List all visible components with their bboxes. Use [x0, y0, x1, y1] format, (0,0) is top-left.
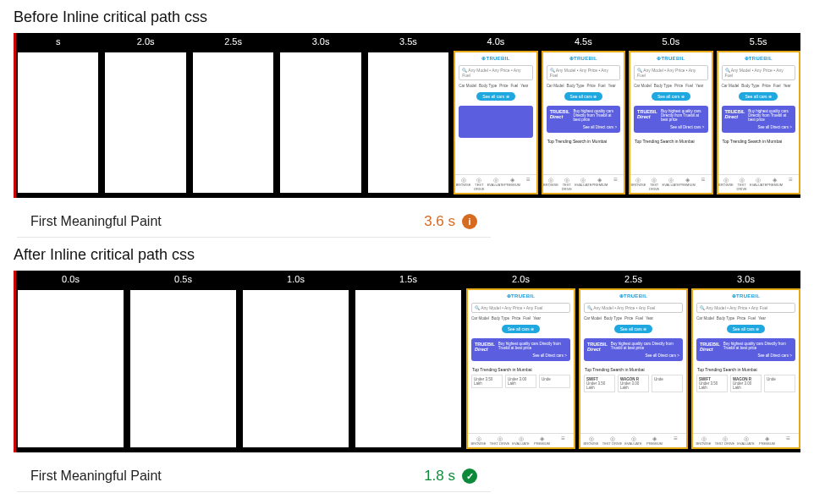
trending-tile[interactable]: SWIFTUnder 3.50 Lakh [584, 375, 615, 392]
nav-menu[interactable]: ≡ [520, 175, 536, 193]
banner-link[interactable]: See all Direct cars > [723, 353, 792, 358]
pill[interactable]: Fuel [598, 84, 606, 88]
nav-premium[interactable]: ◈PREMIUM [504, 175, 520, 193]
pill[interactable]: Price [737, 316, 745, 320]
pill[interactable]: Fuel [523, 316, 531, 320]
see-all-cars-button[interactable]: See all cars ⊕ [614, 325, 653, 333]
nav-premium[interactable]: ◈PREMIUM [679, 175, 696, 193]
pill[interactable]: Year [533, 316, 541, 320]
pill[interactable]: Price [512, 316, 520, 320]
nav-browse[interactable]: ◎BROWSE [718, 175, 734, 193]
nav-premium[interactable]: ◈PREMIUM [767, 175, 783, 193]
pill[interactable]: Price [674, 84, 683, 88]
banner-link[interactable]: See all Direct cars > [573, 125, 617, 129]
trending-tile[interactable]: SWIFTUnder 3.50 Lakh [696, 375, 728, 392]
banner-link[interactable]: See all Direct cars > [611, 353, 679, 358]
nav-menu[interactable]: ≡ [696, 175, 712, 193]
pill[interactable]: Body Type [654, 84, 672, 88]
nav-menu[interactable]: ≡ [783, 175, 799, 193]
nav-menu[interactable]: ≡ [665, 434, 686, 447]
search-input[interactable]: 🔍 Any Model • Any Price • Any Fuel [634, 65, 707, 80]
pill[interactable]: Fuel [685, 84, 693, 88]
nav-browse[interactable]: ◎BROWSE [455, 175, 471, 193]
pill[interactable]: Fuel [635, 316, 643, 320]
nav-evaluate[interactable]: ◎EVALUATE [735, 434, 756, 447]
pill[interactable]: Fuel [773, 84, 781, 88]
trending-tile[interactable]: WAGON RUnder 3.00 Lakh [730, 375, 762, 392]
pill[interactable]: Year [646, 316, 653, 320]
direct-banner[interactable]: TRUEBILDirect Buy highest quality cars D… [696, 338, 795, 361]
pill[interactable]: Car Model [471, 316, 489, 320]
banner-link[interactable]: See all Direct cars > [748, 125, 792, 129]
direct-banner[interactable]: TRUEBILDirect Buy highest quality cars D… [634, 106, 707, 133]
pill[interactable]: Price [499, 84, 508, 88]
pill[interactable]: Car Model [547, 84, 564, 88]
pill[interactable]: Body Type [717, 316, 734, 320]
see-all-cars-button[interactable]: See all cars ⊕ [502, 325, 541, 333]
pill[interactable]: Price [762, 84, 770, 88]
nav-premium[interactable]: ◈PREMIUM [644, 434, 665, 447]
nav-evaluate[interactable]: ◎EVALUATE [487, 175, 504, 193]
nav-premium[interactable]: ◈PREMIUM [756, 434, 778, 447]
see-all-cars-button[interactable]: See all cars ⊕ [727, 325, 766, 333]
direct-banner[interactable]: TRUEBILDirect Buy highest quality cars D… [584, 338, 683, 361]
nav-premium[interactable]: ◈PREMIUM [531, 434, 553, 447]
pill[interactable]: Price [587, 84, 596, 88]
pill[interactable]: Year [520, 84, 528, 88]
nav-premium[interactable]: ◈PREMIUM [591, 175, 608, 193]
banner-link[interactable]: See all Direct cars > [498, 353, 567, 358]
search-input[interactable]: 🔍 Any Model • Any Price • Any Fuel [459, 65, 532, 80]
pill[interactable]: Year [783, 84, 790, 88]
trending-tile[interactable]: Unde [764, 375, 795, 392]
nav-testdrive[interactable]: ◎TEST DRIVE [602, 434, 623, 447]
nav-testdrive[interactable]: ◎TEST DRIVE [714, 434, 735, 447]
nav-evaluate[interactable]: ◎EVALUATE [750, 175, 767, 193]
nav-menu[interactable]: ≡ [608, 175, 624, 193]
pill[interactable]: Body Type [566, 84, 584, 88]
search-input[interactable]: 🔍 Any Model • Any Price • Any Fuel [696, 303, 795, 313]
pill[interactable]: Price [624, 316, 633, 320]
trending-tile[interactable]: Unde [652, 375, 683, 392]
pill[interactable]: Car Model [696, 316, 714, 320]
search-input[interactable]: 🔍 Any Model • Any Price • Any Fuel [584, 303, 683, 313]
see-all-cars-button[interactable]: See all cars ⊕ [652, 92, 690, 101]
trending-tile[interactable]: Under 3.50 Lakh [471, 375, 503, 388]
nav-evaluate[interactable]: ◎EVALUATE [663, 175, 679, 193]
nav-browse[interactable]: ◎BROWSE [468, 434, 489, 447]
nav-testdrive[interactable]: ◎TEST DRIVE [734, 175, 750, 193]
nav-testdrive[interactable]: ◎TEST DRIVE [646, 175, 663, 193]
trending-tile[interactable]: WAGON RUnder 3.00 Lakh [618, 375, 649, 392]
nav-browse[interactable]: ◎BROWSE [580, 434, 602, 447]
pill[interactable]: Body Type [604, 316, 622, 320]
pill[interactable]: Body Type [492, 316, 509, 320]
pill[interactable]: Car Model [634, 84, 652, 88]
nav-evaluate[interactable]: ◎EVALUATE [623, 434, 644, 447]
trending-tile[interactable]: Unde [539, 375, 570, 388]
nav-browse[interactable]: ◎BROWSE [693, 434, 714, 447]
see-all-cars-button[interactable]: See all cars ⊕ [476, 92, 515, 101]
pill[interactable]: Car Model [722, 84, 740, 88]
search-input[interactable]: 🔍 Any Model • Any Price • Any Fuel [471, 303, 570, 313]
pill[interactable]: Year [696, 84, 703, 88]
pill[interactable]: Fuel [510, 84, 518, 88]
pill[interactable]: Car Model [584, 316, 602, 320]
nav-browse[interactable]: ◎BROWSE [543, 175, 559, 193]
nav-menu[interactable]: ≡ [553, 434, 574, 447]
nav-testdrive[interactable]: ◎TEST DRIVE [489, 434, 510, 447]
trending-tile[interactable]: Under 3.00 Lakh [505, 375, 536, 388]
pill[interactable]: Car Model [459, 84, 476, 88]
see-all-cars-button[interactable]: See all cars ⊕ [564, 92, 603, 101]
pill[interactable]: Year [758, 316, 766, 320]
direct-banner[interactable]: TRUEBILDirect Buy highest quality cars D… [722, 106, 795, 133]
nav-evaluate[interactable]: ◎EVALUATE [510, 434, 531, 447]
search-input[interactable]: 🔍 Any Model • Any Price • Any Fuel [722, 65, 795, 80]
nav-browse[interactable]: ◎BROWSE [630, 175, 646, 193]
direct-banner[interactable]: TRUEBILDirect Buy highest quality cars D… [547, 106, 620, 133]
pill[interactable]: Fuel [748, 316, 756, 320]
pill[interactable]: Body Type [479, 84, 497, 88]
nav-evaluate[interactable]: ◎EVALUATE [575, 175, 591, 193]
nav-testdrive[interactable]: ◎TEST DRIVE [471, 175, 487, 193]
pill[interactable]: Year [608, 84, 616, 88]
search-input[interactable]: 🔍 Any Model • Any Price • Any Fuel [547, 65, 620, 80]
see-all-cars-button[interactable]: See all cars ⊕ [739, 92, 778, 101]
